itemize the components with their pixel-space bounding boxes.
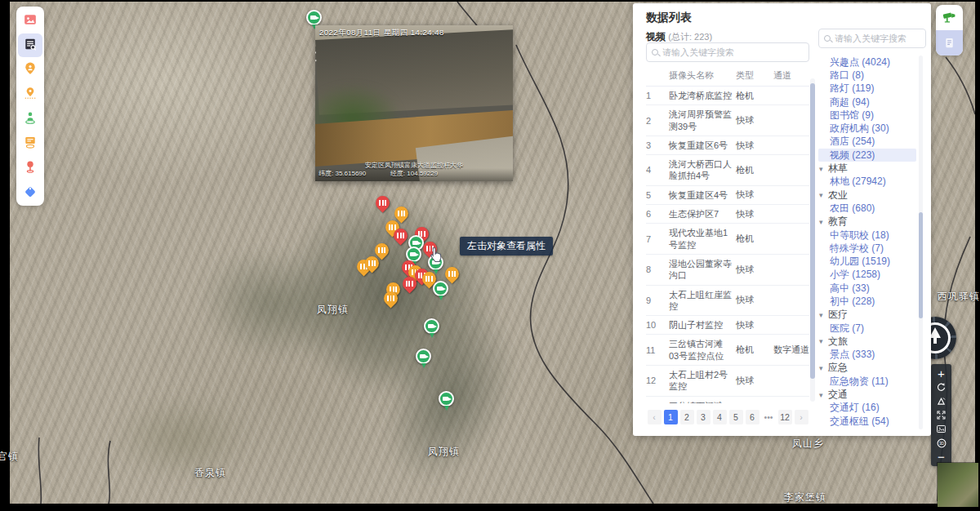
page-button-2[interactable]: 2	[680, 410, 694, 424]
tree-item-交通枢纽[interactable]: 交通枢纽 (54)	[818, 415, 916, 428]
tree-item-教育[interactable]: ▾教育	[818, 216, 916, 229]
page-button-4[interactable]: 4	[713, 410, 727, 424]
tree-item-兴趣点[interactable]: 兴趣点 (4024)	[818, 56, 916, 69]
cctv-camera-toggle[interactable]	[936, 5, 963, 30]
pushpin-tool[interactable]	[18, 156, 42, 180]
table-row[interactable]: 3恢复重建区6号快球	[646, 136, 809, 155]
map-toolbar: +3D−	[931, 364, 951, 466]
poi-person-pin-tool[interactable]	[18, 58, 42, 82]
view-3d-button[interactable]: 3D	[931, 436, 951, 450]
tree-item-农业[interactable]: ▾农业	[818, 189, 916, 202]
camera-marker[interactable]	[433, 281, 448, 296]
tree-item-视频[interactable]: 视频 (223)	[818, 149, 916, 162]
tree-item-医疗[interactable]: ▾医疗	[818, 309, 916, 322]
caret-down-icon[interactable]: ▾	[818, 364, 828, 372]
caret-down-icon[interactable]: ▾	[818, 165, 828, 173]
caret-down-icon[interactable]: ▾	[818, 311, 828, 319]
caret-down-icon[interactable]: ▾	[818, 337, 828, 345]
section-total: (总计: 223)	[668, 32, 712, 42]
tree-item-中等职校[interactable]: 中等职校 (18)	[818, 229, 916, 242]
table-row[interactable]: 6生态保护区7快球	[646, 205, 809, 224]
table-row[interactable]: 7现代农业基地1号监控枪机	[646, 224, 809, 255]
tree-item-酒店[interactable]: 酒店 (254)	[818, 136, 916, 149]
table-row[interactable]: 10阴山子村监控快球	[646, 316, 809, 335]
camera-marker[interactable]	[416, 349, 431, 364]
overview-minimap[interactable]	[938, 463, 978, 507]
billboard-tool[interactable]	[18, 131, 42, 155]
camera-marker[interactable]	[306, 10, 322, 25]
tree-item-图书馆[interactable]: 图书馆 (9)	[818, 109, 916, 122]
person-marker-tool[interactable]	[18, 107, 42, 131]
page-button-12[interactable]: 12	[778, 410, 792, 424]
camera-search-input[interactable]	[662, 47, 804, 57]
table-row[interactable]: 1卧龙湾桥底监控枪机	[646, 87, 809, 105]
hand-cursor	[426, 246, 444, 265]
page-button-3[interactable]: 3	[697, 410, 710, 424]
tree-item-林草[interactable]: ▾林草	[818, 162, 916, 175]
tree-item-应急[interactable]: ▾应急	[818, 362, 916, 375]
table-row[interactable]: 13三岔镇下河滩02号监控点位枪机数字通道	[646, 397, 809, 403]
table-scrollbar-thumb[interactable]	[810, 83, 815, 379]
tree-scrollbar-thumb[interactable]	[919, 212, 923, 318]
place-label: 凤翔镇	[428, 445, 460, 459]
tree-item-交通[interactable]: ▾交通	[818, 388, 916, 401]
table-row[interactable]: 9太石上咀红崖监控快球	[646, 286, 809, 317]
tag-icon	[24, 184, 37, 200]
zoom-in-button[interactable]: +	[931, 367, 951, 380]
billboard-icon	[24, 136, 37, 151]
tree-search-input[interactable]	[835, 33, 920, 43]
tree-item-商超[interactable]: 商超 (94)	[818, 96, 916, 109]
tree-item-农田[interactable]: 农田 (680)	[818, 202, 916, 215]
page-prev-button[interactable]: ‹	[648, 410, 662, 424]
data-list-tool[interactable]	[18, 33, 42, 57]
poi-person-pin-icon	[24, 62, 37, 78]
tree-scrollbar[interactable]	[919, 56, 923, 429]
tree-item-幼儿园[interactable]: 幼儿园 (1519)	[818, 255, 916, 268]
table-row[interactable]: 8湿地公园董家寺沟口快球	[646, 255, 809, 286]
tree-item-林地[interactable]: 林地 (27942)	[818, 176, 916, 189]
location-pin-tool[interactable]	[18, 82, 42, 106]
page-button-6[interactable]: 6	[746, 410, 760, 424]
tilt-view-button[interactable]	[931, 394, 951, 408]
table-row[interactable]: 11三岔镇古河滩03号监控点位枪机数字通道	[646, 335, 809, 366]
table-row[interactable]: 12太石上咀村2号监控快球	[646, 366, 809, 397]
basemap-button[interactable]	[931, 422, 951, 436]
camera-marker[interactable]	[439, 391, 454, 407]
page-next-button[interactable]: ›	[795, 410, 808, 424]
compass-arrow-stem	[933, 336, 937, 344]
table-row[interactable]: 5恢复重建区4号快球	[646, 186, 809, 205]
basemap-image-tool[interactable]	[18, 9, 42, 33]
tree-item-政府机构[interactable]: 政府机构 (30)	[818, 122, 916, 135]
table-row[interactable]: 2洮河周界预警监测39号快球	[646, 105, 809, 136]
data-list-toggle[interactable]	[936, 30, 963, 56]
table-row[interactable]: 4洮河大桥西口人脸抓拍4号枪机	[646, 155, 809, 186]
video-preview-popup[interactable]: 2022年08月11日 星期四 14:24:48 安定区凤翔镇富康大道监控杆大华…	[315, 25, 513, 181]
place-label: 凤山乡	[792, 437, 824, 451]
tree-item-路口[interactable]: 路口 (8)	[818, 69, 916, 82]
camera-marker[interactable]	[424, 318, 439, 334]
fullscreen-button[interactable]	[931, 408, 951, 422]
tree-item-文旅[interactable]: ▾文旅	[818, 335, 916, 348]
table-scrollbar[interactable]	[810, 78, 815, 402]
tree-item-高中[interactable]: 高中 (33)	[818, 282, 916, 295]
caret-down-icon[interactable]: ▾	[818, 218, 828, 226]
page-button-•••[interactable]: •••	[762, 410, 776, 424]
camera-search-box	[646, 42, 809, 62]
tree-item-医院[interactable]: 医院 (7)	[818, 322, 916, 335]
caret-down-icon[interactable]: ▾	[818, 191, 828, 199]
tag-tool[interactable]	[18, 180, 42, 204]
tree-item-小学[interactable]: 小学 (1258)	[818, 269, 916, 282]
video-longitude: 经度: 104.59229	[315, 169, 513, 178]
tree-item-应急物资[interactable]: 应急物资 (11)	[818, 375, 916, 388]
page-button-1[interactable]: 1	[664, 410, 678, 424]
tree-item-初中[interactable]: 初中 (228)	[818, 295, 916, 308]
app-window: 凤翔镇凤翔镇香泉镇内官镇李家堡镇凤山乡西巩驿镇 2022年08月11日 星期四 …	[0, 0, 980, 511]
tree-item-路灯[interactable]: 路灯 (119)	[818, 82, 916, 96]
tree-item-特殊学校[interactable]: 特殊学校 (7)	[818, 242, 916, 255]
tree-item-景点[interactable]: 景点 (333)	[818, 349, 916, 362]
tree-item-交通灯[interactable]: 交通灯 (16)	[818, 402, 916, 415]
caret-down-icon[interactable]: ▾	[818, 391, 828, 399]
zoom-out-button[interactable]: −	[931, 450, 951, 464]
reset-view-button[interactable]	[931, 380, 951, 394]
page-button-5[interactable]: 5	[729, 410, 743, 424]
